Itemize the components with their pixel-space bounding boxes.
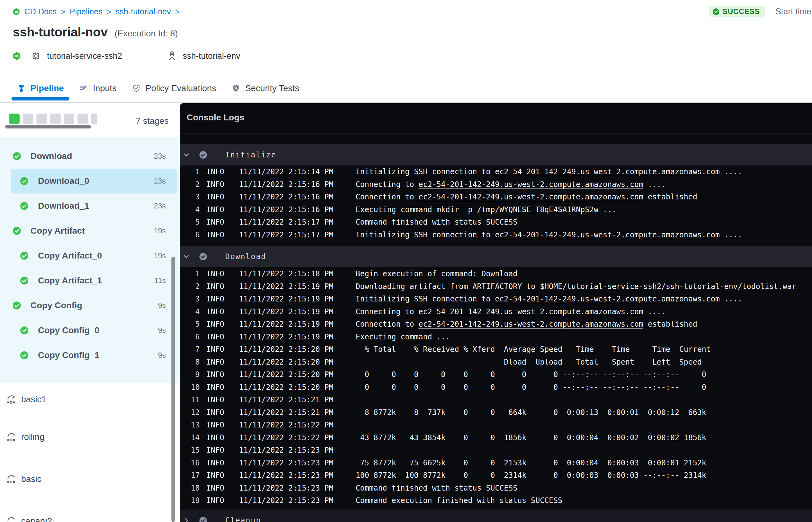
harness-cd-icon: ∞ — [13, 52, 21, 60]
step-success-check-icon — [199, 253, 207, 261]
execution-id: (Execution Id: 8) — [115, 28, 178, 39]
log-level: INFO — [200, 295, 226, 303]
stage-group-label: basic — [21, 474, 41, 484]
log-timestamp: 11/11/2022 2:15:19 PM — [226, 295, 356, 303]
chevron-down-icon[interactable] — [182, 253, 190, 261]
stage-item-copy-artifact[interactable]: Copy Artifact19s — [0, 218, 180, 243]
host-link[interactable]: ec2-54-201-142-249.us-west-2.compute.ama… — [495, 295, 719, 303]
meta-row: ∞ tutorial-service-ssh2 ssh-tutorial-env — [13, 51, 240, 61]
stage-item-copy-config[interactable]: Copy Config9s — [0, 293, 180, 318]
success-check-icon — [13, 301, 21, 310]
horizontal-scrollbar[interactable] — [5, 125, 91, 128]
log-line: 5INFO11/11/2022 2:15:17 PMCommand finish… — [180, 216, 812, 229]
log-line-number: 19 — [180, 496, 200, 505]
chevron-right-icon: > — [175, 7, 180, 16]
stage-group-canary2[interactable]: canary2 — [0, 500, 180, 522]
stage-duration: 9s — [158, 326, 166, 335]
log-line-number: 4 — [180, 205, 200, 214]
log-section-title: Cleanup — [225, 516, 261, 522]
log-message: Dload Upload Total Spent Left Speed — [356, 358, 812, 366]
check-circle-icon — [712, 8, 719, 15]
log-line-number: 13 — [180, 421, 200, 429]
stage-item-copy-artifact_1[interactable]: Copy Artifact_111s — [0, 268, 180, 293]
host-link[interactable]: ec2-54-201-142-249.us-west-2.compute.ama… — [419, 307, 643, 316]
stage-item-copy-artifact_0[interactable]: Copy Artifact_019s — [0, 243, 180, 268]
log-line: 1INFO11/11/2022 2:15:14 PMInitializing S… — [180, 165, 812, 178]
log-line: 14INFO11/11/2022 2:15:22 PM 43 8772k 43 … — [180, 431, 812, 444]
stage-duration: 13s — [154, 177, 166, 185]
stage-item-download_0[interactable]: Download_013s — [11, 168, 177, 194]
log-line: 6INFO11/11/2022 2:15:17 PMInitializing S… — [180, 229, 812, 241]
status-badge: SUCCESS — [709, 6, 765, 17]
log-line: 7INFO11/11/2022 2:15:20 PM % Total % Rec… — [180, 343, 812, 356]
log-line: 11INFO11/11/2022 2:15:21 PM — [180, 394, 812, 406]
stage-label: Download — [31, 151, 154, 161]
stage-item-download[interactable]: Download23s — [0, 144, 180, 168]
stage-duration: 9s — [158, 351, 166, 360]
service-name: tutorial-service-ssh2 — [47, 51, 122, 61]
log-line-number: 15 — [180, 446, 200, 455]
log-line-number: 18 — [180, 484, 200, 493]
host-link[interactable]: ec2-54-201-142-249.us-west-2.compute.ama… — [419, 180, 643, 189]
breadcrumb-link[interactable]: CD Docs — [24, 7, 57, 17]
log-timestamp: 11/11/2022 2:15:20 PM — [226, 358, 356, 366]
chevron-down-icon[interactable] — [182, 151, 190, 159]
tab-pipeline[interactable]: Pipeline — [12, 74, 69, 103]
chevron-right-icon: > — [107, 7, 111, 16]
log-level: INFO — [200, 421, 226, 429]
stage-item-copy-config_0[interactable]: Copy Config_09s — [0, 318, 180, 343]
stage-group-basic[interactable]: basic — [0, 458, 180, 500]
log-line-number: 7 — [180, 345, 200, 354]
log-line-number: 14 — [180, 433, 200, 442]
log-section-header-initialize[interactable]: Initialize — [180, 144, 812, 165]
stage-square — [36, 114, 47, 124]
log-line-number: 16 — [180, 459, 200, 467]
log-timestamp: 11/11/2022 2:15:23 PM — [226, 446, 356, 455]
log-line: 16INFO11/11/2022 2:15:23 PM 75 8772k 75 … — [180, 457, 812, 469]
stage-duration: 19s — [154, 226, 166, 235]
breadcrumb-link[interactable]: Pipelines — [70, 7, 103, 17]
log-timestamp: 11/11/2022 2:15:16 PM — [226, 205, 356, 214]
breadcrumb: ∞ CD Docs>Pipelines>ssh-tutorial-nov> — [13, 7, 180, 17]
tab-policy-evaluations[interactable]: Policy Evaluations — [127, 74, 222, 103]
gear-icon — [31, 51, 41, 61]
host-link[interactable]: ec2-54-201-142-249.us-west-2.compute.ama… — [419, 320, 643, 328]
log-level: INFO — [200, 358, 226, 366]
stage-square — [50, 114, 61, 124]
log-line-number: 8 — [180, 358, 200, 366]
stage-group-basic1[interactable]: basic1 — [0, 383, 180, 416]
rolling-deploy-icon — [6, 516, 16, 522]
log-line-number: 9 — [180, 370, 200, 379]
log-section-header-cleanup[interactable]: Cleanup — [180, 509, 812, 522]
tab-label: Policy Evaluations — [146, 83, 216, 93]
console-panel: Console Logs Initialize1INFO11/11/2022 2… — [180, 103, 812, 522]
host-link[interactable]: ec2-54-201-142-249.us-west-2.compute.ama… — [495, 230, 719, 239]
stage-square — [23, 114, 33, 124]
chevron-right-icon[interactable] — [182, 516, 190, 522]
stage-group-rolling[interactable]: rolling — [0, 416, 180, 458]
log-line-number: 3 — [180, 193, 200, 201]
log-timestamp: 11/11/2022 2:15:22 PM — [226, 421, 356, 429]
log-line: 4INFO11/11/2022 2:15:16 PMExecuting comm… — [180, 203, 812, 216]
step-success-check-icon — [199, 151, 207, 159]
tab-security-tests[interactable]: Security Tests — [226, 74, 305, 103]
log-timestamp: 11/11/2022 2:15:20 PM — [226, 370, 356, 379]
host-link[interactable]: ec2-54-201-142-249.us-west-2.compute.ama… — [495, 167, 719, 176]
log-line: 2INFO11/11/2022 2:15:16 PMConnecting to … — [180, 178, 812, 191]
vertical-scrollbar[interactable] — [171, 257, 175, 522]
log-level: INFO — [200, 218, 226, 226]
success-check-icon — [13, 152, 21, 161]
stage-item-copy-config_1[interactable]: Copy Config_19s — [0, 343, 180, 368]
tab-inputs[interactable]: Inputs — [74, 74, 122, 103]
log-level: INFO — [200, 408, 226, 417]
host-link[interactable]: ec2-54-201-142-249.us-west-2.compute.ama… — [419, 193, 643, 201]
rolling-deploy-icon — [6, 432, 16, 442]
log-section-header-download[interactable]: Download — [180, 246, 812, 267]
breadcrumb-link[interactable]: ssh-tutorial-nov — [116, 7, 171, 17]
stage-item-download_1[interactable]: Download_123s — [0, 194, 180, 218]
log-message: Command execution finished with status S… — [356, 496, 812, 505]
tab-bar: PipelineInputsPolicy EvaluationsSecurity… — [0, 74, 812, 103]
log-level: INFO — [200, 433, 226, 442]
log-message: Command finished with status SUCCESS — [356, 484, 812, 493]
stage-square — [78, 114, 88, 124]
